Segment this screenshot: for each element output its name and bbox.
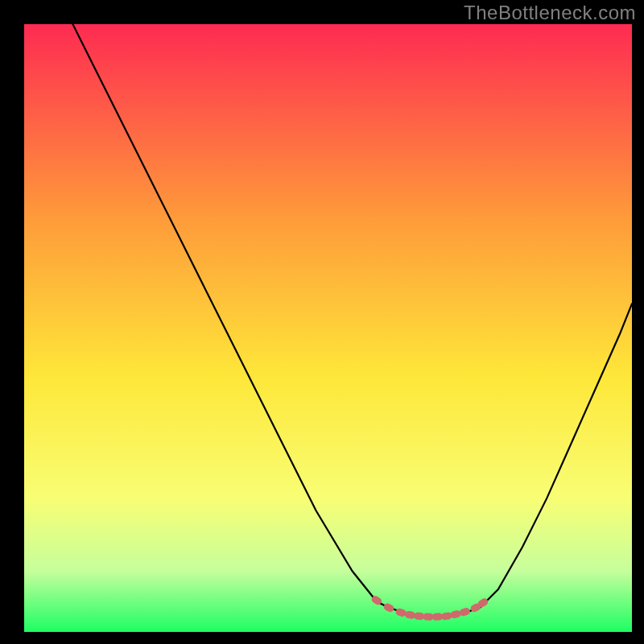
chart-frame: TheBottleneck.com <box>0 0 644 644</box>
chart-svg <box>24 24 632 632</box>
gradient-background <box>24 24 632 632</box>
watermark-text: TheBottleneck.com <box>464 2 636 24</box>
plot-area <box>24 24 632 632</box>
valley-marker <box>432 613 443 620</box>
valley-marker <box>423 613 433 620</box>
